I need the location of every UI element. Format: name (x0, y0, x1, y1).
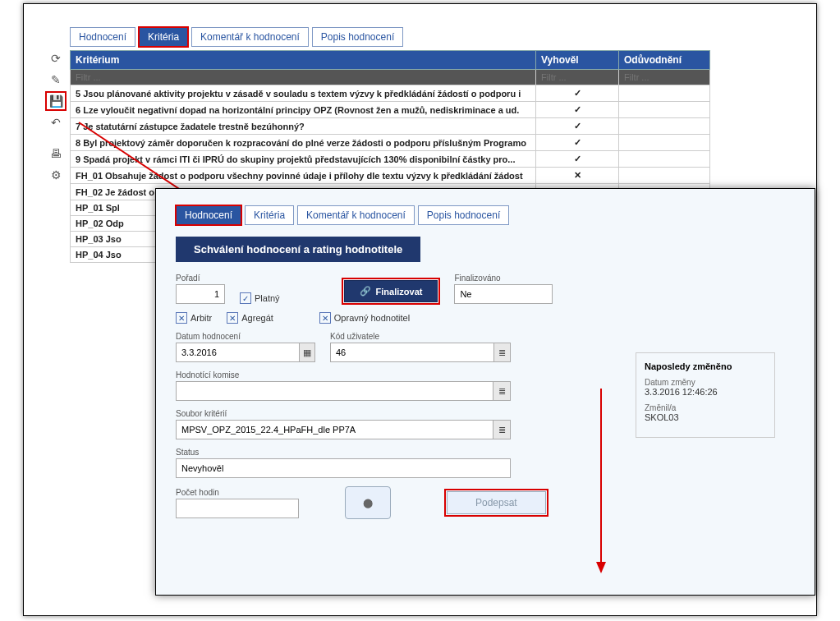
undo-icon[interactable]: ↶ (47, 114, 65, 131)
col-kriterium[interactable]: Kritérium (71, 51, 536, 70)
seal-icon[interactable]: ⬤ (345, 486, 391, 519)
outer-frame: ⟳ ✎ 💾 ↶ 🖶 ⚙ Hodnocení Kritéria Komentář … (23, 3, 817, 616)
calendar-icon[interactable]: ▦ (299, 343, 314, 361)
input-datum-hodnoceni[interactable] (177, 343, 299, 361)
checkbox-platny[interactable]: ✓Platný (240, 292, 280, 304)
table-row: 8 Byl projektový záměr doporučen k rozpr… (71, 135, 710, 151)
podepsat-button[interactable]: Podepsat (447, 491, 546, 514)
col-oduvodneni[interactable]: Odůvodnění (618, 51, 709, 70)
input-pocet-hodin[interactable] (177, 499, 298, 518)
value-datum-zmeny: 3.3.2016 12:46:26 (645, 387, 718, 397)
filter-kriterium[interactable] (76, 72, 530, 82)
label-soubor-kriterii: Soubor kritérií (176, 409, 511, 418)
back-tabs: Hodnocení Kritéria Komentář k hodnocení … (70, 27, 710, 47)
tab-popis-front[interactable]: Popis hodnocení (418, 205, 509, 225)
table-row: 5 Jsou plánované aktivity projektu v zás… (71, 85, 710, 102)
sidebar-toolbar: ⟳ ✎ 💾 ↶ 🖶 ⚙ (47, 50, 65, 183)
tab-hodnoceni-front[interactable]: Hodnocení (176, 205, 241, 225)
input-poradi[interactable] (177, 285, 224, 303)
last-changed-title: Naposledy změněno (645, 361, 766, 371)
input-status (177, 459, 510, 477)
tab-popis-back[interactable]: Popis hodnocení (312, 27, 403, 47)
table-row: FH_01 Obsahuje žádost o podporu všechny … (71, 168, 710, 184)
list-icon[interactable]: ≣ (493, 382, 510, 400)
edit-icon[interactable]: ✎ (47, 71, 65, 88)
tab-kriteria-front[interactable]: Kritéria (245, 205, 294, 225)
table-row: 6 Lze vyloučit negativní dopad na horizo… (71, 102, 710, 118)
value-zmenil: SKOL03 (645, 412, 679, 422)
label-poradi: Pořadí (176, 274, 225, 283)
label-datum-hodnoceni: Datum hodnocení (176, 332, 315, 341)
table-row: 7 Je statutární zástupce žadatele trestn… (71, 118, 710, 135)
last-changed-box: Naposledy změněno Datum změny 3.3.2016 1… (636, 352, 775, 438)
label-finalizovano: Finalizováno (454, 274, 553, 283)
label-zmenil: Změnil/a (645, 403, 766, 412)
list-icon[interactable]: ≣ (493, 421, 510, 439)
print-icon[interactable]: 🖶 (47, 145, 65, 162)
tab-komentar-back[interactable]: Komentář k hodnocení (191, 27, 309, 47)
lock-icon: 🔗 (360, 286, 371, 297)
tab-kriteria-back[interactable]: Kritéria (139, 27, 188, 47)
approval-rating-button[interactable]: Schválení hodnocení a rating hodnotitele (176, 237, 420, 262)
col-vyhovel[interactable]: Vyhověl (536, 51, 619, 70)
label-kod-uzivatele: Kód uživatele (330, 332, 511, 341)
list-icon[interactable]: ≣ (493, 343, 510, 361)
checkbox-agregat[interactable]: ✕Agregát (227, 312, 273, 324)
filter-row (71, 70, 710, 85)
input-soubor-kriterii[interactable] (177, 421, 493, 439)
checkbox-arbitr[interactable]: ✕Arbitr (176, 312, 212, 324)
front-tabs: Hodnocení Kritéria Komentář k hodnocení … (176, 205, 795, 225)
table-row: 9 Spadá projekt v rámci ITI či IPRÚ do s… (71, 151, 710, 168)
label-hodnotici-komise: Hodnotící komise (176, 370, 511, 380)
checkbox-opravny[interactable]: ✕Opravný hodnotitel (319, 312, 410, 324)
label-datum-zmeny: Datum změny (645, 378, 766, 387)
input-hodnotici-komise[interactable] (177, 382, 493, 400)
tab-komentar-front[interactable]: Komentář k hodnocení (297, 205, 415, 225)
label-pocet-hodin: Počet hodin (176, 488, 299, 497)
tab-hodnoceni-back[interactable]: Hodnocení (70, 27, 135, 47)
input-kod-uzivatele[interactable] (331, 343, 493, 361)
gear-icon[interactable]: ⚙ (47, 167, 65, 183)
label-status: Status (176, 448, 511, 457)
save-icon[interactable]: 💾 (47, 93, 65, 109)
filter-vyhovel[interactable] (541, 72, 613, 82)
input-finalizovano (455, 285, 552, 303)
front-panel: Hodnocení Kritéria Komentář k hodnocení … (155, 188, 815, 596)
finalizovat-button[interactable]: 🔗 Finalizovat (344, 280, 438, 302)
refresh-icon[interactable]: ⟳ (47, 50, 65, 67)
filter-oduvodneni[interactable] (624, 72, 705, 82)
